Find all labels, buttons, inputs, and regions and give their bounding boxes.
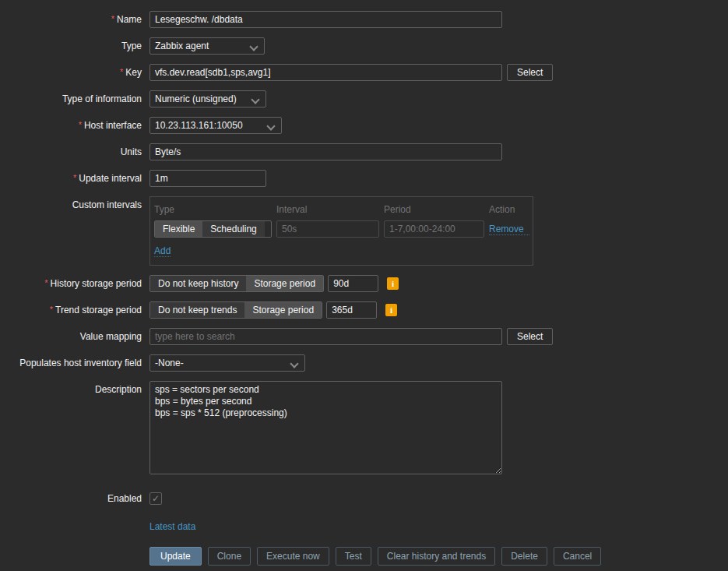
update-interval-label: Update interval (0, 170, 149, 187)
history-storage-label: History storage period (0, 275, 149, 292)
ci-add-link[interactable]: Add (154, 245, 171, 257)
row-trend-storage: Trend storage period Do not keep trends … (0, 301, 728, 319)
latest-data-link[interactable]: Latest data (149, 521, 195, 533)
cancel-button[interactable]: Cancel (554, 547, 601, 566)
ci-interval-input[interactable] (276, 220, 379, 238)
value-mapping-label: Value mapping (0, 328, 149, 345)
ci-type-option-flexible[interactable]: Flexible (155, 221, 202, 237)
type-select-value: Zabbix agent (155, 41, 209, 51)
row-type-of-information: Type of information Numeric (unsigned) (0, 90, 728, 108)
ci-type-segmented-control: Flexible Scheduling (154, 220, 272, 238)
chevron-down-icon (290, 359, 298, 368)
row-host-interface: Host interface 10.23.113.161:10050 (0, 117, 728, 134)
update-interval-input[interactable] (149, 170, 266, 187)
item-edit-form: Name Type Zabbix agent Key Select Type o… (0, 0, 728, 566)
value-mapping-input[interactable] (149, 328, 502, 345)
history-option-storage-period[interactable]: Storage period (246, 276, 323, 291)
type-select[interactable]: Zabbix agent (149, 37, 265, 55)
name-input[interactable] (149, 11, 502, 28)
custom-intervals-box: Type Interval Period Action Flexible Sch… (149, 196, 533, 266)
row-key: Key Select (0, 64, 728, 81)
name-label: Name (0, 11, 149, 28)
enabled-label: Enabled (0, 490, 149, 507)
row-value-mapping: Value mapping Select (0, 328, 728, 345)
ci-header-period: Period (384, 204, 484, 215)
trend-segmented-control: Do not keep trends Storage period (149, 301, 322, 319)
row-name: Name (0, 11, 728, 28)
key-input[interactable] (149, 64, 502, 81)
chevron-down-icon (249, 42, 258, 51)
history-info-icon[interactable]: i (387, 277, 399, 290)
type-of-information-value: Numeric (unsigned) (155, 93, 237, 104)
test-button[interactable]: Test (336, 547, 371, 566)
delete-button[interactable]: Delete (501, 547, 547, 566)
row-history-storage: History storage period Do not keep histo… (0, 275, 728, 292)
ci-remove-link[interactable]: Remove (489, 224, 529, 235)
ci-header-type: Type (154, 204, 272, 215)
row-update-interval: Update interval (0, 170, 728, 187)
row-latest-data: Latest data (0, 521, 728, 533)
ci-header-action: Action (489, 204, 529, 215)
trend-option-storage-period[interactable]: Storage period (244, 302, 322, 318)
row-custom-intervals: Custom intervals Type Interval Period Ac… (0, 196, 728, 266)
inventory-field-value: -None- (155, 358, 184, 368)
host-interface-label: Host interface (0, 117, 149, 134)
type-of-information-label: Type of information (0, 90, 149, 108)
chevron-down-icon (251, 95, 259, 104)
history-period-input[interactable] (328, 275, 378, 292)
value-mapping-select-button[interactable]: Select (507, 328, 553, 345)
type-label: Type (0, 37, 149, 55)
type-of-information-select[interactable]: Numeric (unsigned) (149, 90, 266, 108)
trend-option-do-not-keep[interactable]: Do not keep trends (150, 302, 244, 318)
ci-period-input[interactable] (384, 220, 484, 238)
row-type: Type Zabbix agent (0, 37, 728, 55)
row-footer-buttons: Update Clone Execute now Test Clear hist… (0, 547, 728, 566)
trend-info-icon[interactable]: i (385, 304, 397, 316)
clone-button[interactable]: Clone (208, 547, 251, 566)
inventory-field-label: Populates host inventory field (0, 354, 149, 372)
trend-period-input[interactable] (326, 301, 377, 319)
ci-type-option-scheduling[interactable]: Scheduling (202, 221, 264, 237)
inventory-field-select[interactable]: -None- (149, 354, 305, 372)
row-enabled: Enabled ✓ (0, 490, 728, 507)
custom-intervals-label: Custom intervals (0, 196, 149, 213)
host-interface-select[interactable]: 10.23.113.161:10050 (149, 117, 282, 134)
ci-header-interval: Interval (276, 204, 379, 215)
units-input[interactable] (149, 143, 502, 160)
clear-history-button[interactable]: Clear history and trends (378, 547, 495, 566)
units-label: Units (0, 143, 149, 160)
history-option-do-not-keep[interactable]: Do not keep history (150, 276, 246, 291)
history-segmented-control: Do not keep history Storage period (149, 275, 324, 292)
key-select-button[interactable]: Select (507, 64, 553, 81)
host-interface-value: 10.23.113.161:10050 (155, 120, 243, 131)
chevron-down-icon (266, 122, 275, 130)
row-description: Description sps = sectors per second bps… (0, 381, 728, 474)
trend-storage-label: Trend storage period (0, 301, 149, 319)
row-units: Units (0, 143, 728, 160)
update-button[interactable]: Update (149, 547, 202, 566)
key-label: Key (0, 64, 149, 81)
description-textarea[interactable]: sps = sectors per second bps = bytes per… (149, 381, 502, 474)
enabled-checkbox[interactable]: ✓ (149, 492, 162, 505)
execute-now-button[interactable]: Execute now (257, 547, 329, 566)
description-label: Description (0, 381, 149, 398)
row-inventory-field: Populates host inventory field -None- (0, 354, 728, 372)
